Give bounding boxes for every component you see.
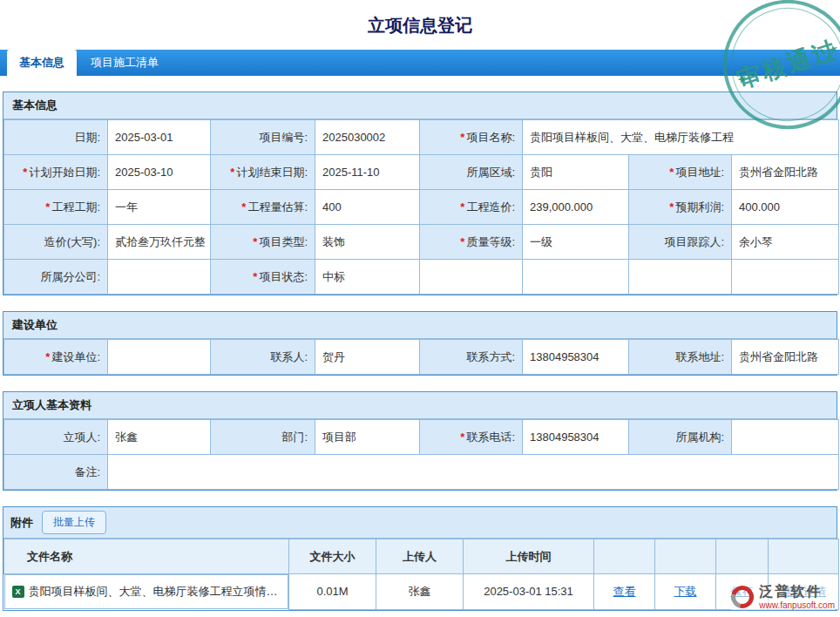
builder-table: *建设单位: 联系人: 贺丹 联系方式: 13804958304 联系地址: 贵… [3, 339, 839, 375]
field-label-plan-start: *计划开始日期: [4, 155, 108, 190]
field-label-address: *项目地址: [629, 155, 732, 190]
column-header-file-size: 文件大小 [289, 539, 376, 574]
column-header-empty [769, 539, 839, 574]
required-mark: * [669, 200, 674, 214]
section-attachments: 附件 批量上传 文件名称 文件大小 上传人 上传时间 X 贵阳项目样板间、大堂、… [3, 506, 837, 611]
field-value-tracker: 余小琴 [732, 225, 839, 260]
download-link[interactable]: 下载 [674, 585, 697, 598]
field-value-type: 装饰 [315, 225, 420, 260]
table-row: 造价(大写): 贰拾叁万玖仟元整 *项目类型: 装饰 *质量等级: 一级 项目跟… [4, 225, 839, 260]
required-mark: * [253, 270, 257, 283]
view-detail-link[interactable]: 查看详情 [781, 585, 826, 598]
label-text: 工程工期: [51, 200, 100, 214]
label-text: 造价(大写): [44, 235, 100, 248]
label-text: 计划开始日期: [29, 166, 100, 179]
required-mark: * [669, 166, 674, 179]
label-text: 工程造价: [466, 200, 515, 214]
table-row: 备注: [4, 455, 839, 490]
field-value-org [732, 420, 839, 455]
empty-cell [420, 260, 523, 295]
field-value-department: 项目部 [315, 420, 420, 455]
section-basic-info-title: 基本信息 [3, 92, 837, 119]
label-text: 工程量估算: [247, 200, 308, 214]
field-label-initiator: 立项人: [4, 420, 108, 455]
field-value-contact-addr: 贵州省金阳北路 [732, 340, 839, 375]
column-header-uploader: 上传人 [376, 539, 464, 574]
field-value-plan-start: 2025-03-10 [108, 155, 211, 190]
file-upload-time: 2025-03-01 15:31 [464, 574, 594, 610]
required-mark: * [241, 200, 246, 214]
field-label-branch: 所属分公司: [4, 260, 108, 295]
required-mark: * [45, 350, 50, 363]
field-label-profit: *预期利润: [629, 190, 732, 225]
file-size: 0.01M [289, 574, 376, 610]
label-text: 联系方式: [466, 350, 515, 363]
field-value-tel: 13804958304 [523, 420, 629, 455]
attachments-header-row: 文件名称 文件大小 上传人 上传时间 [4, 539, 839, 574]
field-value-region: 贵阳 [523, 155, 629, 190]
section-builder: 建设单位 *建设单位: 联系人: 贺丹 联系方式: 13804958304 联系… [3, 311, 837, 376]
tab-bar: 基本信息 项目施工清单 [0, 50, 840, 76]
label-text: 建设单位: [51, 350, 100, 363]
field-value-cost: 239,000.000 [523, 190, 629, 225]
field-value-remark [108, 455, 839, 490]
field-value-duration: 一年 [108, 190, 211, 225]
label-text: 项目名称: [466, 131, 515, 144]
label-text: 所属机构: [675, 431, 724, 444]
field-value-initiator: 张鑫 [108, 420, 211, 455]
section-initiator-title: 立项人基本资料 [3, 392, 837, 419]
initiator-table: 立项人: 张鑫 部门: 项目部 *联系电话: 13804958304 所属机构:… [3, 419, 839, 490]
label-text: 项目编号: [259, 131, 308, 144]
field-label-quality: *质量等级: [420, 225, 523, 260]
required-mark: * [460, 431, 464, 444]
label-text: 质量等级: [466, 235, 515, 248]
required-mark: * [253, 235, 257, 248]
table-row: *计划开始日期: 2025-03-10 *计划结束日期: 2025-11-10 … [4, 155, 839, 190]
field-value-builder-unit [108, 340, 211, 375]
table-row: 所属分公司: *项目状态: 中标 [4, 260, 839, 295]
field-label-tel: *联系电话: [420, 420, 523, 455]
required-mark: * [23, 166, 27, 179]
label-text: 预期利润: [675, 200, 724, 214]
tab-construction-list[interactable]: 项目施工清单 [78, 50, 171, 76]
required-mark: * [460, 131, 464, 144]
field-value-cost-caps: 贰拾叁万玖仟元整 [108, 225, 211, 260]
field-label-type: *项目类型: [211, 225, 315, 260]
label-text: 日期: [74, 131, 100, 144]
field-label-org: 所属机构: [629, 420, 732, 455]
excel-file-icon: X [12, 586, 24, 598]
label-text: 计划结束日期: [236, 166, 308, 179]
attachment-row: X 贵阳项目样板间、大堂、电梯厅装修工程立项情况.. 0.01M 张鑫 2025… [4, 574, 839, 610]
field-label-status: *项目状态: [211, 260, 315, 295]
column-header-file-name: 文件名称 [4, 539, 289, 574]
empty-cell [523, 260, 629, 295]
field-value-quality: 一级 [523, 225, 629, 260]
empty-cell [732, 260, 839, 295]
section-basic-info: 基本信息 日期: 2025-03-01 项目编号: 2025030002 *项目… [3, 92, 837, 295]
empty-cell [629, 260, 732, 295]
page-title: 立项信息登记 [0, 0, 840, 50]
field-value-status: 中标 [315, 260, 420, 295]
field-value-project-no: 2025030002 [315, 120, 420, 155]
label-text: 项目跟踪人: [664, 235, 724, 248]
save-link[interactable]: 保存 [731, 585, 754, 598]
attachments-table: 文件名称 文件大小 上传人 上传时间 X 贵阳项目样板间、大堂、电梯厅装修工程立… [3, 539, 839, 610]
column-header-upload-time: 上传时间 [464, 539, 594, 574]
label-text: 联系地址: [675, 350, 724, 363]
field-value-branch [108, 260, 211, 295]
attachments-header-bar: 附件 批量上传 [3, 507, 837, 539]
tab-basic-info[interactable]: 基本信息 [7, 50, 77, 76]
field-label-region: 所属区域: [420, 155, 523, 190]
required-mark: * [45, 200, 50, 214]
section-builder-title: 建设单位 [3, 312, 837, 339]
column-header-empty [594, 539, 655, 574]
field-label-cost-caps: 造价(大写): [4, 225, 108, 260]
field-value-quantity: 400 [315, 190, 420, 225]
required-mark: * [460, 200, 464, 214]
view-link[interactable]: 查看 [613, 585, 636, 598]
label-text: 项目地址: [675, 166, 724, 179]
column-header-empty [655, 539, 716, 574]
batch-upload-button[interactable]: 批量上传 [42, 511, 106, 534]
field-value-project-name: 贵阳项目样板间、大堂、电梯厅装修工程 [523, 120, 839, 155]
field-label-contact-phone: 联系方式: [420, 340, 523, 375]
